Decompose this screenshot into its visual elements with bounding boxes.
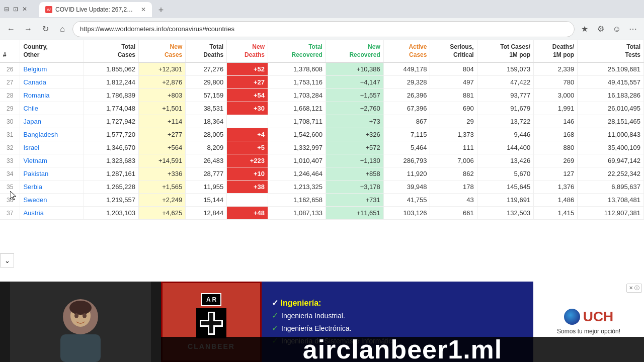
country-link[interactable]: Canada: [23, 78, 46, 86]
page-wrapper: ⊟ ⊡ ✕ W COVID Live Update: 267,227,95… ✕…: [0, 0, 644, 362]
cell-new-recovered: +326: [326, 128, 383, 141]
cell-rank: 35: [0, 180, 20, 194]
table-row: 29 Chile 1,774,048 +1,501 38,531 +30 1,6…: [0, 102, 644, 115]
menu-button[interactable]: ⋯: [626, 22, 640, 36]
back-button[interactable]: ←: [4, 22, 18, 36]
table-row: 28 Romania 1,786,839 +803 57,159 +54 1,7…: [0, 89, 644, 102]
country-link[interactable]: Serbia: [23, 183, 42, 191]
uch-globe-icon: [564, 309, 580, 325]
cell-tot-per-m: 13,426: [477, 154, 533, 167]
cell-deaths-per-m: 146: [534, 115, 578, 128]
refresh-button[interactable]: ↻: [38, 22, 52, 36]
cell-serious: 661: [430, 207, 477, 220]
cell-total-recovered: 1,708,711: [268, 115, 326, 128]
tab-close-button[interactable]: ✕: [141, 6, 146, 13]
col-rank: #: [0, 40, 20, 62]
bookmark-star-button[interactable]: ★: [578, 22, 592, 36]
forward-button[interactable]: →: [21, 22, 35, 36]
cell-total-tests: 69,947,142: [578, 154, 644, 167]
cell-rank: 32: [0, 141, 20, 154]
cell-new-cases: +14,591: [139, 154, 186, 167]
table-row: 37 Austria 1,203,103 +4,625 12,844 +48 1…: [0, 207, 644, 220]
col-total-deaths: TotalDeaths: [186, 40, 227, 62]
cell-total-cases: 1,287,161: [84, 167, 138, 180]
country-link[interactable]: Chile: [23, 105, 38, 112]
cell-total-recovered: 1,668,121: [268, 102, 326, 115]
svg-rect-4: [60, 334, 101, 362]
webcam-feed: [10, 282, 151, 362]
cell-rank: 30: [0, 115, 20, 128]
cell-total-cases: 1,346,670: [84, 141, 138, 154]
cell-tot-per-m: 13,722: [477, 115, 533, 128]
cell-total-tests: 28,151,465: [578, 115, 644, 128]
cell-new-deaths: +4: [227, 128, 268, 141]
cell-total-cases: 1,855,062: [84, 62, 138, 76]
cell-deaths-per-m: 780: [534, 76, 578, 89]
cell-tot-per-m: 91,679: [477, 102, 533, 115]
cell-country: Serbia: [20, 180, 84, 194]
cell-deaths-per-m: 1,486: [534, 194, 578, 207]
cell-total-deaths: 57,159: [186, 89, 227, 102]
col-deaths-per-m: Deaths/1M pop: [534, 40, 578, 62]
cell-new-deaths: +48: [227, 207, 268, 220]
cell-active-cases: 7,115: [383, 128, 430, 141]
cell-new-recovered: +1,130: [326, 154, 383, 167]
cell-active-cases: 41,755: [383, 194, 430, 207]
cell-serious: 43: [430, 194, 477, 207]
cell-rank: 34: [0, 167, 20, 180]
cell-deaths-per-m: 2,339: [534, 62, 578, 76]
browser-toolbar: ← → ↻ ⌂ ★ ⚙ ☺ ⋯: [0, 18, 644, 40]
cell-country: Sweden: [20, 194, 84, 207]
cell-total-deaths: 15,144: [186, 194, 227, 207]
table-row: 32 Israel 1,346,670 +564 8,209 +5 1,332,…: [0, 141, 644, 154]
cell-country: Belgium: [20, 62, 84, 76]
active-tab[interactable]: W COVID Live Update: 267,227,95… ✕: [39, 2, 152, 17]
cell-active-cases: 449,178: [383, 62, 430, 76]
scroll-left-indicator[interactable]: ⌄: [0, 253, 14, 267]
cell-tot-per-m: 119,691: [477, 194, 533, 207]
cell-deaths-per-m: 1,376: [534, 180, 578, 194]
cell-total-tests: 16,183,286: [578, 89, 644, 102]
close-ad-button[interactable]: ✕ ⓘ: [626, 284, 642, 293]
country-link[interactable]: Bangladesh: [23, 131, 58, 138]
col-total-cases: TotalCases: [84, 40, 138, 62]
cell-serious: 881: [430, 89, 477, 102]
cell-tot-per-m: 9,446: [477, 128, 533, 141]
cell-new-cases: +336: [139, 167, 186, 180]
cell-new-cases: +12,301: [139, 62, 186, 76]
cell-rank: 31: [0, 128, 20, 141]
cell-deaths-per-m: 269: [534, 154, 578, 167]
cell-rank: 36: [0, 194, 20, 207]
account-button[interactable]: ☺: [610, 22, 624, 36]
address-bar[interactable]: [72, 21, 575, 37]
extensions-button[interactable]: ⚙: [594, 22, 608, 36]
col-new-cases: NewCases: [139, 40, 186, 62]
bottom-overlay: A R CLANBEER ✓ Ingeniería: ✓ In: [0, 282, 644, 362]
country-link[interactable]: Israel: [23, 144, 39, 151]
cell-country: Pakistan: [20, 167, 84, 180]
country-link[interactable]: Austria: [23, 209, 43, 217]
cell-total-deaths: 27,276: [186, 62, 227, 76]
country-link[interactable]: Japan: [23, 118, 41, 125]
table-container: # Country,Other TotalCases NewCases Tota…: [0, 40, 644, 267]
cell-active-cases: 5,464: [383, 141, 430, 154]
cell-total-tests: 6,895,637: [578, 180, 644, 194]
cell-country: Canada: [20, 76, 84, 89]
window-controls: ⊟ ⊡ ✕: [4, 6, 27, 13]
col-serious: Serious,Critical: [430, 40, 477, 62]
home-button[interactable]: ⌂: [55, 22, 69, 36]
country-link[interactable]: Romania: [23, 92, 49, 99]
cell-country: Chile: [20, 102, 84, 115]
country-link[interactable]: Pakistan: [23, 170, 48, 177]
country-link[interactable]: Sweden: [23, 196, 47, 204]
cell-total-deaths: 28,777: [186, 167, 227, 180]
tab-bar: W COVID Live Update: 267,227,95… ✕ +: [35, 1, 640, 17]
cell-active-cases: 26,396: [383, 89, 430, 102]
cell-total-tests: 112,907,381: [578, 207, 644, 220]
new-tab-button[interactable]: +: [154, 3, 168, 17]
country-link[interactable]: Vietnam: [23, 157, 47, 164]
ar-letters: A R: [201, 293, 221, 306]
cell-total-tests: 22,252,342: [578, 167, 644, 180]
country-link[interactable]: Belgium: [23, 65, 47, 73]
cell-total-deaths: 26,483: [186, 154, 227, 167]
